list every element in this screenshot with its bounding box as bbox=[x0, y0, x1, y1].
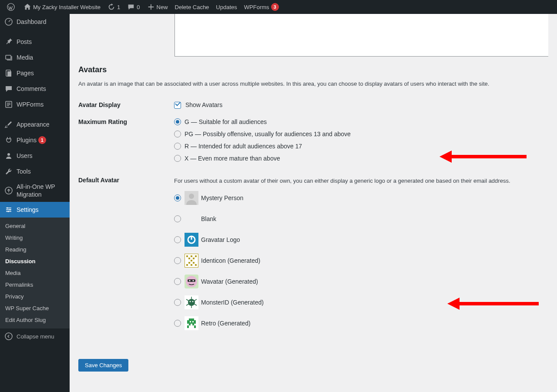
main-content: Avatars An avatar is an image that can b… bbox=[70, 14, 557, 392]
svg-point-12 bbox=[189, 194, 194, 199]
submenu-discussion[interactable]: Discussion bbox=[0, 255, 70, 267]
row-max-rating: Maximum Rating G — Suitable for all audi… bbox=[78, 118, 548, 167]
svg-rect-18 bbox=[188, 258, 190, 259]
user-icon bbox=[4, 151, 13, 160]
svg-rect-16 bbox=[195, 255, 197, 257]
refresh-icon bbox=[107, 3, 115, 11]
svg-point-10 bbox=[8, 211, 9, 212]
new-content[interactable]: New bbox=[144, 0, 171, 14]
submenu-general[interactable]: General bbox=[0, 220, 70, 232]
svg-rect-19 bbox=[193, 258, 195, 259]
svg-point-11 bbox=[5, 333, 12, 340]
svg-rect-39 bbox=[189, 318, 194, 320]
updates-link[interactable]: Updates bbox=[212, 0, 240, 14]
dashboard-icon bbox=[4, 17, 13, 26]
updates-indicator[interactable]: 1 bbox=[104, 0, 124, 14]
rating-r-label[interactable]: R — Intended for adult audiences above 1… bbox=[185, 143, 302, 150]
submenu-supercache[interactable]: WP Super Cache bbox=[0, 302, 70, 314]
submenu-writing[interactable]: Writing bbox=[0, 232, 70, 244]
avatar-gravatar-label[interactable]: Gravatar Logo bbox=[201, 236, 240, 243]
avatar-wavatar-radio[interactable] bbox=[174, 278, 181, 285]
collapse-menu[interactable]: Collapse menu bbox=[0, 328, 70, 344]
avatar-blank-label[interactable]: Blank bbox=[201, 215, 216, 222]
avatar-identicon-label[interactable]: Identicon (Generated) bbox=[201, 257, 260, 264]
rating-g-label[interactable]: G — Suitable for all audiences bbox=[185, 118, 267, 125]
avatar-mystery-label[interactable]: Mystery Person bbox=[201, 194, 243, 201]
settings-submenu: General Writing Reading Discussion Media… bbox=[0, 218, 70, 328]
plugins-badge: 1 bbox=[38, 136, 46, 144]
comments-count: 0 bbox=[137, 4, 140, 10]
rating-x-radio[interactable] bbox=[174, 155, 181, 162]
rating-g-radio[interactable] bbox=[174, 118, 181, 125]
avatar-monsterid-radio[interactable] bbox=[174, 299, 181, 306]
avatar-retro-label[interactable]: Retro (Generated) bbox=[201, 320, 251, 327]
blank-avatar-icon bbox=[185, 212, 198, 226]
svg-point-0 bbox=[7, 3, 14, 10]
svg-rect-2 bbox=[6, 55, 11, 59]
comments-icon bbox=[4, 84, 13, 93]
menu-media[interactable]: Media bbox=[0, 50, 70, 65]
comments-indicator[interactable]: 0 bbox=[124, 0, 143, 14]
menu-users[interactable]: Users bbox=[0, 148, 70, 164]
rating-pg-label[interactable]: PG — Possibly offensive, usually for aud… bbox=[185, 131, 351, 137]
updates-count: 1 bbox=[117, 4, 120, 10]
submenu-media[interactable]: Media bbox=[0, 267, 70, 279]
menu-pages[interactable]: Pages bbox=[0, 65, 70, 81]
menu-allinone[interactable]: All-in-One WP Migration bbox=[0, 179, 70, 202]
site-name[interactable]: My Zacky Installer Website bbox=[20, 0, 104, 14]
svg-rect-24 bbox=[195, 264, 197, 266]
avatar-gravatar-radio[interactable] bbox=[174, 236, 181, 243]
menu-comments[interactable]: Comments bbox=[0, 81, 70, 97]
avatar-blank-radio[interactable] bbox=[174, 215, 181, 222]
rating-x-label[interactable]: X — Even more mature than above bbox=[185, 155, 280, 162]
submenu-editauthor[interactable]: Edit Author Slug bbox=[0, 314, 70, 326]
submenu-privacy[interactable]: Privacy bbox=[0, 291, 70, 302]
svg-rect-40 bbox=[187, 320, 196, 324]
submenu-reading[interactable]: Reading bbox=[0, 244, 70, 255]
svg-rect-25 bbox=[191, 264, 192, 266]
avatar-monsterid-label[interactable]: MonsterID (Generated) bbox=[201, 299, 264, 306]
svg-rect-27 bbox=[188, 279, 195, 282]
label-avatar-display: Avatar Display bbox=[78, 101, 174, 108]
gravatar-logo-icon bbox=[185, 233, 198, 247]
menu-posts[interactable]: Posts bbox=[0, 34, 70, 50]
avatar-identicon-radio[interactable] bbox=[174, 257, 181, 264]
avatar-mystery-radio[interactable] bbox=[174, 194, 181, 201]
delete-cache[interactable]: Delete Cache bbox=[171, 0, 213, 14]
label-max-rating: Maximum Rating bbox=[78, 118, 174, 125]
site-name-text: My Zacky Installer Website bbox=[33, 4, 101, 10]
form-icon bbox=[4, 100, 13, 109]
rating-r-radio[interactable] bbox=[174, 143, 181, 150]
menu-wpforms[interactable]: WPForms bbox=[0, 97, 70, 112]
label-default-avatar: Default Avatar bbox=[78, 177, 174, 184]
svg-rect-44 bbox=[194, 325, 196, 328]
svg-point-37 bbox=[190, 301, 191, 302]
wpforms-link[interactable]: WPForms 3 bbox=[241, 0, 282, 14]
menu-tools[interactable]: Tools bbox=[0, 164, 70, 179]
svg-rect-23 bbox=[186, 264, 188, 266]
media-icon bbox=[4, 53, 13, 62]
avatars-description: An avatar is an image that can be associ… bbox=[78, 80, 548, 88]
show-avatars-checkbox[interactable] bbox=[174, 102, 181, 109]
menu-dashboard[interactable]: Dashboard bbox=[0, 14, 70, 30]
menu-appearance[interactable]: Appearance bbox=[0, 117, 70, 132]
submenu-permalinks[interactable]: Permalinks bbox=[0, 279, 70, 291]
wrench-icon bbox=[4, 167, 13, 176]
svg-rect-17 bbox=[191, 255, 192, 257]
admin-sidebar: Dashboard Posts Media Pages Comments WPF… bbox=[0, 14, 70, 392]
show-avatars-label[interactable]: Show Avatars bbox=[174, 101, 222, 108]
sliders-icon bbox=[4, 205, 13, 214]
collapse-icon bbox=[4, 332, 13, 341]
menu-settings[interactable]: Settings bbox=[0, 202, 70, 218]
avatar-retro-radio[interactable] bbox=[174, 320, 181, 327]
wp-logo[interactable] bbox=[3, 0, 20, 14]
monsterid-icon bbox=[185, 295, 198, 309]
migration-icon bbox=[4, 186, 13, 195]
rating-pg-radio[interactable] bbox=[174, 131, 181, 137]
row-avatar-display: Avatar Display Show Avatars bbox=[78, 101, 548, 109]
svg-rect-45 bbox=[190, 321, 191, 322]
home-icon bbox=[23, 3, 31, 11]
menu-plugins[interactable]: Plugins 1 bbox=[0, 132, 70, 148]
save-changes-button[interactable]: Save Changes bbox=[78, 359, 128, 372]
avatar-wavatar-label[interactable]: Wavatar (Generated) bbox=[201, 278, 258, 285]
